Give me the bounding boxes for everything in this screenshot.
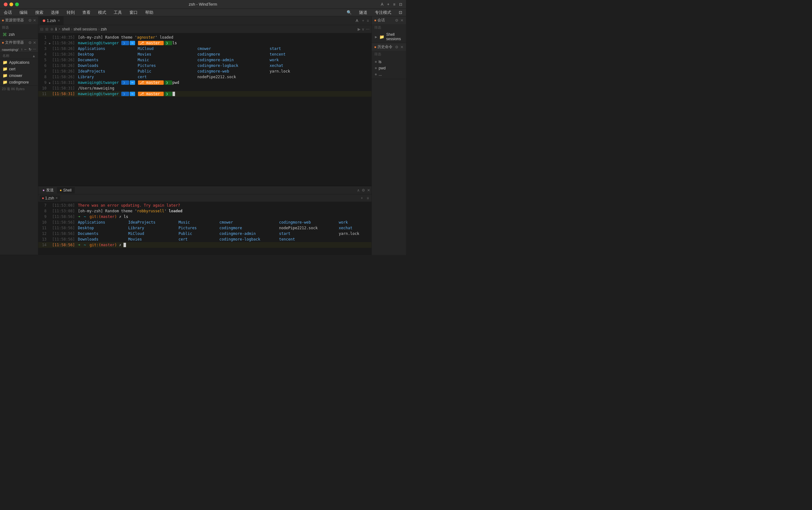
close-button[interactable] <box>4 2 7 6</box>
sidebar-left: ■ 资源管理器 ⚙ ✕ 筛选 ⌘ zsh ■ 文件管理器 <box>0 16 38 255</box>
close-icon-fm[interactable]: ✕ <box>33 40 36 45</box>
term-line-4: 4 [11:58:26] Desktop Movies codingmore t… <box>38 52 371 57</box>
fm-item-cert[interactable]: 📁 cert <box>0 66 38 72</box>
menu-tunnel[interactable]: 隧道 <box>358 9 369 16</box>
close-icon-bottom[interactable]: ✕ <box>367 188 370 192</box>
fm-refresh-icon[interactable]: ↻ <box>29 48 31 52</box>
timestamp-2: [11:58:26] <box>52 40 78 46</box>
history-header: ■ 历史命令 ⚙ ✕ <box>372 43 406 51</box>
gear-icon-hist[interactable]: ⚙ <box>395 45 399 49</box>
ls-item: codingmore <box>197 52 270 57</box>
ls-item: Applications <box>78 46 138 52</box>
bottom-add-tab[interactable]: + <box>359 196 364 200</box>
resource-manager-header: ■ 资源管理器 ⚙ ✕ <box>0 16 38 24</box>
main-tab-1[interactable]: 1.zsh ✕ <box>39 16 63 25</box>
add-tab-button[interactable]: + <box>361 19 366 23</box>
close-icon-hist[interactable]: ✕ <box>400 45 404 49</box>
menu-layout[interactable]: ⊡ <box>398 9 404 16</box>
sub-tab-dot: ■ <box>42 197 44 200</box>
menu-goto[interactable]: 转到 <box>65 9 76 16</box>
fm-column-header: 名称 ▲ <box>0 53 38 59</box>
more-icon[interactable]: ⋯ <box>366 27 370 31</box>
gear-icon-fm[interactable]: ⚙ <box>28 40 32 45</box>
menu-edit[interactable]: 编辑 <box>18 9 29 16</box>
menu-tools[interactable]: 工具 <box>113 9 123 16</box>
menu-help[interactable]: 帮助 <box>144 9 154 16</box>
prompt-branch-b9: master <box>101 214 114 219</box>
close-icon[interactable]: ✕ <box>33 18 36 23</box>
toolbar-split2-icon[interactable]: ⊞ <box>45 27 49 31</box>
fm-sort-arrow[interactable]: ▲ <box>32 54 35 58</box>
bottom-tab-shell[interactable]: ■ Shell <box>57 187 75 193</box>
gear-icon-conv[interactable]: ⚙ <box>395 18 399 23</box>
content-b11: Desktop Library Pictures codingmore node… <box>78 225 370 231</box>
prompt-cmd-9: pwd <box>173 81 179 85</box>
history-item-ls[interactable]: ls <box>372 59 406 65</box>
toolbar-split-icon[interactable]: ⊟ <box>40 27 44 31</box>
fm-item-applications[interactable]: 📁 Applications <box>0 59 38 66</box>
split-icon[interactable]: ≡ <box>393 2 395 7</box>
prompt-git-9: ⎇ master <box>138 81 164 85</box>
ls-item: Desktop <box>78 225 128 231</box>
bottom-terminal-content[interactable]: 7 [11:53:08] There was an error updating… <box>38 202 371 255</box>
tab-menu-icon[interactable]: ≡ <box>366 19 370 23</box>
menu-search[interactable]: 搜索 <box>34 9 45 16</box>
breadcrumb-shell[interactable]: shell <box>62 27 70 31</box>
ls-item: tencent <box>279 237 339 242</box>
fm-up-icon[interactable]: ↑ <box>21 48 23 52</box>
sub-tab-close[interactable]: ✕ <box>55 196 58 200</box>
window-icon[interactable]: ⊡ <box>399 2 402 7</box>
term-line-6: 6 [11:58:26] Downloads Pictures codingmo… <box>38 63 371 68</box>
window-controls[interactable] <box>4 2 19 6</box>
bottom-sub-tab-1[interactable]: ■ 1.zsh ✕ <box>39 195 60 201</box>
history-item-pwd[interactable]: pwd <box>372 65 406 71</box>
gear-icon-bottom[interactable]: ⚙ <box>362 188 365 192</box>
dropdown-icon[interactable]: ∨ <box>362 27 365 31</box>
menu-window[interactable]: 窗口 <box>128 9 139 16</box>
breadcrumb-shell-sessions[interactable]: shell sessions <box>74 27 97 31</box>
timestamp-11: [11:58:31] <box>52 91 78 97</box>
fm-nav-controls[interactable]: ↑ ← ↻ ⋯ <box>21 48 36 52</box>
fm-item-codingmore[interactable]: 📁 codingmore <box>0 79 38 85</box>
menu-view[interactable]: 查看 <box>81 9 92 16</box>
conversation-header: ■ 会话 ⚙ ✕ <box>372 16 406 24</box>
menu-select[interactable]: 选择 <box>50 9 60 16</box>
prompt-x-b14: ✗ <box>119 243 123 247</box>
toolbar-add-icon[interactable]: ⊕ <box>50 27 53 31</box>
collapse-icon[interactable]: ∧ <box>357 188 360 192</box>
minimize-button[interactable] <box>9 2 13 6</box>
timestamp-7: [11:58:26] <box>52 68 78 74</box>
breadcrumb-zsh[interactable]: zsh <box>101 27 107 31</box>
gear-icon[interactable]: ⚙ <box>28 18 32 23</box>
menu-mode[interactable]: 模式 <box>97 9 108 16</box>
ls-item: codingmore-web <box>279 219 339 225</box>
history-item-more[interactable]: ... <box>372 71 406 78</box>
close-icon-conv[interactable]: ✕ <box>400 18 404 23</box>
bottom-sub-tabs: ■ 1.zsh ✕ + ≡ <box>38 194 371 202</box>
sidebar-zsh-label: zsh <box>9 32 15 37</box>
folder-icon-codingmore: 📁 <box>2 80 7 85</box>
maximize-button[interactable] <box>15 2 19 6</box>
font-size-icon[interactable]: A <box>381 2 383 7</box>
main-terminal-content[interactable]: 1 [11:48:35] [oh-my-zsh] Random theme 'a… <box>38 33 371 186</box>
fm-back-icon[interactable]: ← <box>24 48 27 52</box>
bottom-tab-menu[interactable]: ≡ <box>366 196 370 200</box>
menu-search-icon[interactable]: 🔍 <box>345 9 353 16</box>
bottom-tab-bar: ■ 发送 ■ Shell ∧ ⚙ ✕ <box>38 186 371 194</box>
sidebar-item-zsh[interactable]: ⌘ zsh <box>0 31 38 38</box>
menu-focus[interactable]: 专注模式 <box>374 9 393 16</box>
shell-sessions-item[interactable]: ▶ 📁 Shell sessions <box>372 31 406 43</box>
toolbar-info-icon[interactable]: ℹ <box>55 27 57 31</box>
run-icon[interactable]: ▶ <box>357 27 360 31</box>
ts-b14: [11:58:56] <box>52 242 78 248</box>
tab-close-button[interactable]: ✕ <box>58 19 60 22</box>
menu-conversation[interactable]: 会话 <box>2 9 13 16</box>
add-tab-icon[interactable]: + <box>387 2 389 7</box>
fm-more-icon[interactable]: ⋯ <box>33 48 36 52</box>
bottom-tab-send[interactable]: ■ 发送 <box>39 186 57 194</box>
resource-manager-section: ■ 资源管理器 ⚙ ✕ 筛选 ⌘ zsh <box>0 16 38 39</box>
fm-item-cmower[interactable]: 📁 cmower <box>0 72 38 79</box>
ts-b11: [11:58:56] <box>52 225 78 231</box>
fm-sort-label[interactable]: 名称 <box>2 53 9 58</box>
font-size-indicator: A <box>353 19 361 23</box>
